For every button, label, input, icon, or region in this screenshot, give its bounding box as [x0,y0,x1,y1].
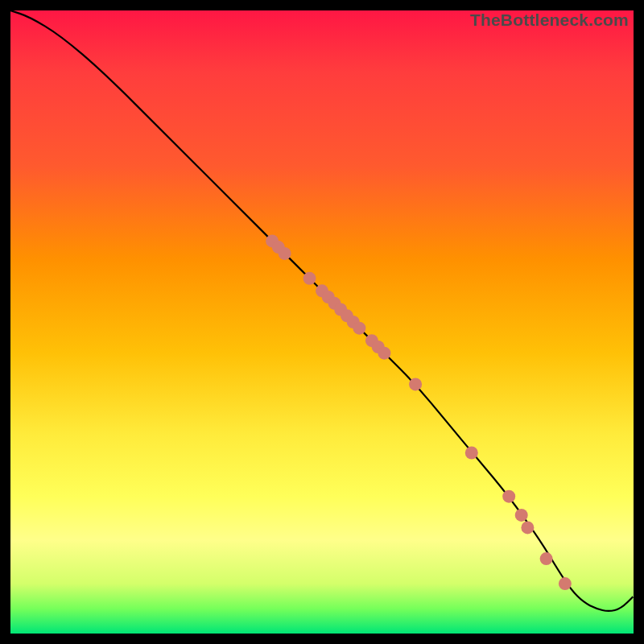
scatter-point [409,378,422,390]
scatter-point [465,447,478,460]
scatter-point [502,490,515,503]
scatter-point [303,272,316,285]
scatter-points [266,234,572,590]
scatter-point [559,577,572,590]
curve-svg [10,10,634,634]
scatter-point [540,552,553,565]
plot-area: TheBottleneck.com [10,10,634,634]
chart-container: TheBottleneck.com [0,0,644,644]
scatter-point [521,521,534,534]
scatter-point [353,322,365,335]
scatter-point [279,247,291,260]
scatter-point [515,509,528,522]
bottleneck-curve [10,10,634,611]
scatter-point [378,347,390,360]
